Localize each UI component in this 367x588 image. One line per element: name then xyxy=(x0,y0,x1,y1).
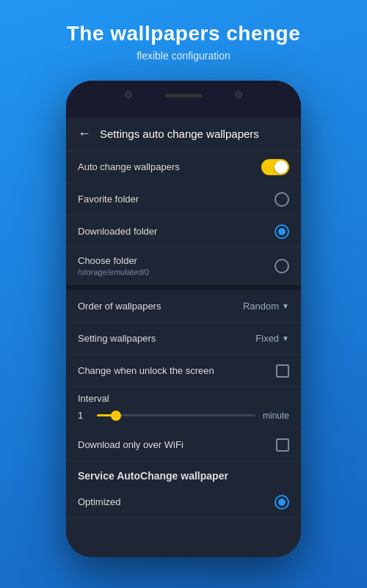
order-dropdown-arrow: ▼ xyxy=(282,302,289,310)
settings-list: Auto change wallpapers Favorite folder D… xyxy=(66,151,301,518)
download-wifi-checkbox[interactable] xyxy=(276,438,289,452)
download-wifi-row[interactable]: Download only over WiFi xyxy=(66,429,301,461)
order-dropdown[interactable]: Random ▼ xyxy=(243,301,289,312)
unlock-checkbox[interactable] xyxy=(276,364,289,378)
optimized-radio[interactable] xyxy=(275,495,289,510)
phone-frame: ← Settings auto change wallpapers Auto c… xyxy=(66,81,301,557)
phone-speaker xyxy=(165,94,202,98)
favorite-folder-row[interactable]: Favorite folder xyxy=(66,183,301,216)
auto-change-label: Auto change wallpapers xyxy=(78,161,180,172)
phone-top-bar xyxy=(66,81,301,117)
downloaded-folder-radio[interactable] xyxy=(275,224,289,239)
phone-camera-left xyxy=(125,91,132,98)
order-value: Random xyxy=(243,301,279,312)
settings-header-title: Settings auto change wallpapers xyxy=(100,128,259,140)
choose-folder-row[interactable]: Choose folder /storage/emulated/0 xyxy=(66,248,301,284)
choose-folder-label: Choose folder xyxy=(78,255,149,266)
setting-wallpapers-label: Setting wallpapers xyxy=(78,333,156,344)
interval-container: Interval 1 minute xyxy=(66,387,301,429)
interval-unit: minute xyxy=(263,411,289,421)
downloaded-folder-row[interactable]: Downloaded folder xyxy=(66,216,301,248)
app-title: The wallpapers chenge xyxy=(0,22,367,45)
setting-wallpapers-row[interactable]: Setting wallpapers Fixed ▼ xyxy=(66,323,301,355)
choose-folder-sublabel: /storage/emulated/0 xyxy=(78,268,149,276)
optimized-row[interactable]: Optimized xyxy=(66,486,301,518)
unlock-label: Change when unlock the screen xyxy=(78,365,214,376)
setting-wallpapers-value: Fixed xyxy=(255,333,279,344)
slider-thumb[interactable] xyxy=(111,411,121,421)
phone-camera-right xyxy=(235,91,242,98)
interval-label: Interval xyxy=(78,393,289,404)
slider-row: 1 minute xyxy=(78,410,289,421)
auto-change-row[interactable]: Auto change wallpapers xyxy=(66,151,301,183)
order-row[interactable]: Order of wallpapers Random ▼ xyxy=(66,290,301,323)
unlock-row[interactable]: Change when unlock the screen xyxy=(66,355,301,387)
choose-folder-radio[interactable] xyxy=(275,259,289,273)
setting-wallpapers-arrow: ▼ xyxy=(282,334,289,342)
app-subtitle: flexible configuration xyxy=(0,50,367,62)
favorite-folder-label: Favorite folder xyxy=(78,194,139,205)
favorite-folder-radio[interactable] xyxy=(275,192,289,207)
setting-wallpapers-dropdown[interactable]: Fixed ▼ xyxy=(255,333,289,344)
back-button[interactable]: ← xyxy=(78,126,91,142)
interval-value: 1 xyxy=(78,410,90,421)
downloaded-folder-label: Downloaded folder xyxy=(78,226,157,237)
settings-header: ← Settings auto change wallpapers xyxy=(66,117,301,151)
service-section-header: Service AutoChange wallpaper xyxy=(66,461,301,486)
phone-screen: ← Settings auto change wallpapers Auto c… xyxy=(66,117,301,557)
order-label: Order of wallpapers xyxy=(78,301,161,312)
divider-1 xyxy=(66,284,301,290)
auto-change-toggle[interactable] xyxy=(261,159,289,175)
download-wifi-label: Download only over WiFi xyxy=(78,439,184,450)
optimized-label: Optimized xyxy=(78,496,121,507)
top-text-block: The wallpapers chenge flexible configura… xyxy=(0,22,367,62)
interval-slider-track[interactable] xyxy=(97,414,255,416)
